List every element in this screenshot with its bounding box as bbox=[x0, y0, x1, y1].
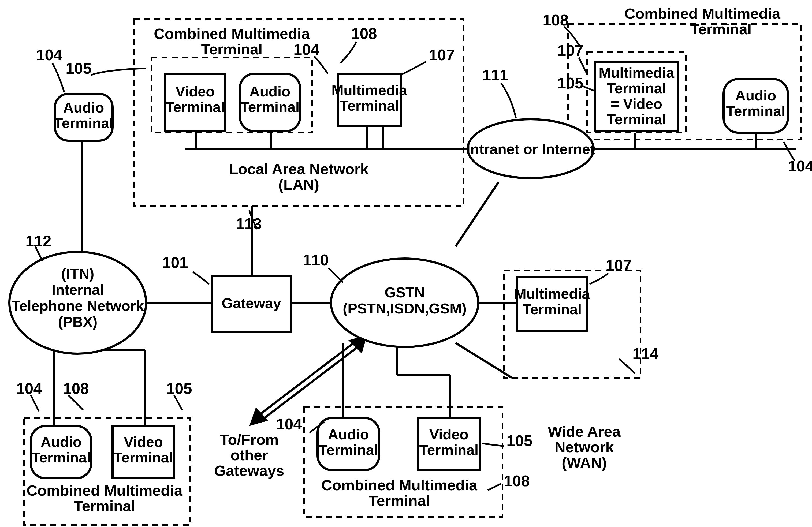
svg-text:112: 112 bbox=[26, 232, 52, 250]
svg-text:MultimediaTerminal= VideoTermi: MultimediaTerminal= VideoTerminal bbox=[599, 64, 675, 127]
svg-text:Combined MultimediaTerminal: Combined MultimediaTerminal bbox=[624, 5, 781, 38]
svg-line-20 bbox=[455, 182, 498, 247]
svg-text:105: 105 bbox=[507, 432, 533, 449]
svg-text:108: 108 bbox=[63, 380, 89, 397]
svg-text:104: 104 bbox=[293, 41, 319, 58]
svg-text:104: 104 bbox=[276, 415, 302, 433]
svg-text:MultimediaTerminal: MultimediaTerminal bbox=[332, 82, 407, 114]
svg-text:Combined MultimediaTerminal: Combined MultimediaTerminal bbox=[27, 482, 183, 514]
svg-text:Intranet or Internet: Intranet or Internet bbox=[466, 141, 595, 157]
svg-text:Gateway: Gateway bbox=[222, 295, 281, 311]
svg-text:108: 108 bbox=[504, 472, 530, 489]
svg-text:104: 104 bbox=[788, 157, 812, 175]
svg-text:110: 110 bbox=[303, 251, 329, 268]
svg-text:MultimediaTerminal: MultimediaTerminal bbox=[514, 286, 590, 317]
svg-text:Local Area Network(LAN): Local Area Network(LAN) bbox=[229, 160, 369, 193]
svg-text:108: 108 bbox=[543, 11, 569, 29]
svg-text:105: 105 bbox=[66, 59, 92, 77]
svg-text:104: 104 bbox=[36, 46, 62, 63]
svg-text:111: 111 bbox=[482, 66, 508, 84]
svg-text:107: 107 bbox=[429, 46, 455, 63]
svg-text:114: 114 bbox=[633, 345, 658, 362]
svg-line-23 bbox=[259, 343, 354, 415]
ref-numbers: 104 105 104 108 107 111 108 107 105 104 … bbox=[16, 11, 812, 489]
svg-text:107: 107 bbox=[606, 257, 632, 274]
svg-text:To/FromotherGateways: To/FromotherGateways bbox=[214, 431, 284, 479]
svg-text:108: 108 bbox=[351, 25, 377, 42]
svg-text:101: 101 bbox=[162, 254, 188, 271]
network-diagram: AudioTerminal VideoTerminal AudioTermina… bbox=[0, 0, 812, 527]
svg-text:104: 104 bbox=[16, 380, 42, 397]
svg-text:105: 105 bbox=[166, 380, 192, 397]
svg-text:107: 107 bbox=[557, 42, 583, 59]
svg-text:Combined MultimediaTerminal: Combined MultimediaTerminal bbox=[154, 25, 310, 58]
svg-text:105: 105 bbox=[557, 74, 583, 92]
svg-text:113: 113 bbox=[236, 215, 262, 232]
svg-text:Wide AreaNetwork(WAN): Wide AreaNetwork(WAN) bbox=[548, 423, 621, 471]
svg-text:Combined MultimediaTerminal: Combined MultimediaTerminal bbox=[321, 477, 478, 509]
